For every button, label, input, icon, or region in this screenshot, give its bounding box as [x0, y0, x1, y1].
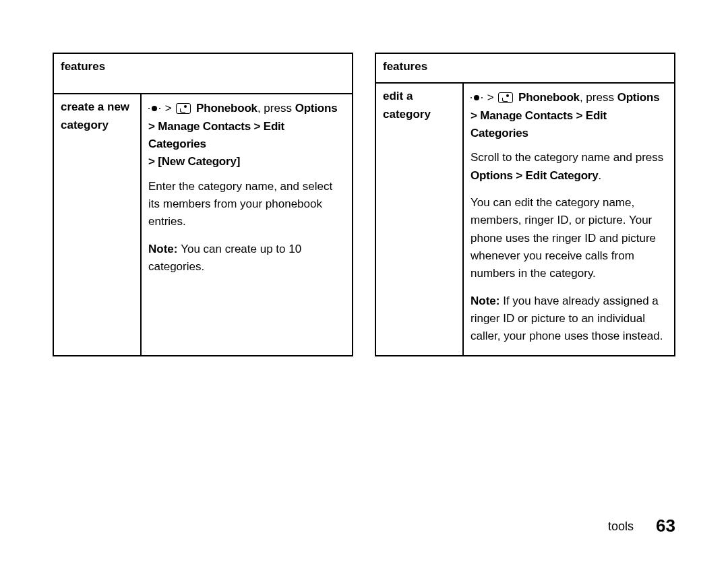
nav-path: > Phonebook, press Options > Manage Cont… — [148, 100, 345, 170]
nav-press: , press — [580, 91, 617, 104]
body-paragraph: Enter the category name, and select its … — [148, 178, 345, 231]
note-paragraph: Note: If you have already assigned a rin… — [471, 292, 667, 346]
softkey-icon — [498, 92, 513, 103]
body-text-b: Options > Edit Category — [471, 169, 599, 182]
nav-options: Options — [617, 91, 660, 104]
center-key-icon — [148, 104, 160, 113]
features-table-right: features edit a category > Phonebook, pr… — [375, 53, 675, 356]
nav-options: Options — [295, 102, 338, 115]
nav-path-3: > [New Category] — [148, 155, 240, 168]
body-paragraph: Scroll to the category name and press Op… — [471, 149, 667, 185]
nav-press: , press — [257, 102, 295, 115]
center-key-icon — [471, 93, 483, 102]
nav-path: > Phonebook, press Options > Manage Cont… — [471, 89, 667, 142]
nav-path-2: > Manage Contacts > Edit Categories — [148, 120, 284, 150]
note-label: Note: — [471, 294, 503, 307]
row-content: > Phonebook, press Options > Manage Cont… — [141, 94, 353, 355]
softkey-icon — [176, 103, 191, 114]
features-header: features — [375, 53, 675, 83]
footer-page-number: 63 — [656, 516, 675, 536]
row-content: > Phonebook, press Options > Manage Cont… — [463, 83, 675, 355]
body-text-a: Scroll to the category name and press — [471, 151, 663, 164]
note-label: Note: — [148, 243, 181, 255]
page-footer: tools 63 — [608, 516, 675, 536]
page-body: features create a new category > Phonebo… — [0, 0, 728, 356]
row-label: create a new category — [53, 94, 141, 355]
features-header: features — [53, 53, 353, 94]
features-table-left: features create a new category > Phonebo… — [53, 53, 353, 356]
row-label: edit a category — [375, 83, 463, 355]
nav-path-2: > Manage Contacts > Edit Categories — [471, 109, 607, 139]
footer-section: tools — [608, 520, 634, 533]
body-paragraph: You can edit the category name, members,… — [471, 194, 667, 283]
body-text-c: . — [599, 169, 602, 182]
nav-phonebook: Phonebook — [518, 91, 580, 104]
nav-phonebook: Phonebook — [196, 102, 257, 115]
note-paragraph: Note: You can create up to 10 categories… — [148, 241, 345, 276]
